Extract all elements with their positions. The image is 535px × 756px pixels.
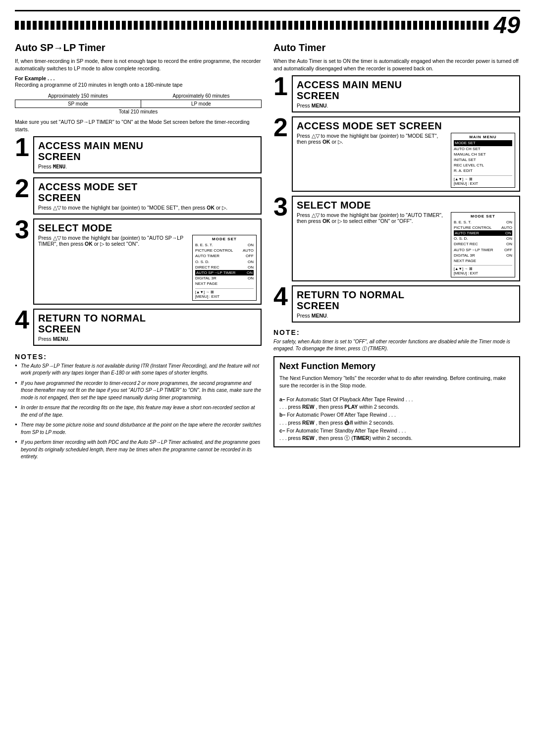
left-step4-block: RETURN TO NORMALSCREEN Press MENU. <box>33 309 262 346</box>
right-step3-title: SELECT MODE <box>297 200 515 211</box>
nfm-item-b-label: b– <box>279 412 285 418</box>
right-step2-content: MAIN MENU MODE SET AUTO CH SET MANUAL CH… <box>297 133 515 187</box>
left-step1-title: ACCESS MAIN MENUSCREEN <box>38 140 257 162</box>
nfm-item-c-label: c– <box>279 428 285 433</box>
left-column: Auto SP→LP Timer If, when timer-recordin… <box>15 42 262 464</box>
right-step3-container: 3 SELECT MODE MODE SET B. E. S. T.ON PIC… <box>273 196 520 284</box>
note-text: For safety, when Auto timer is set to "O… <box>273 338 520 352</box>
right-step3-row-2: PICTURE CONTROLAUTO <box>454 225 512 230</box>
right-step4-number: 4 <box>273 283 288 309</box>
right-step3-row-1: B. E. S. T.ON <box>454 219 512 225</box>
col1-label: Approximately 150 minutes <box>15 92 141 100</box>
left-step3-block: SELECT MODE MODE SET B. E. S. T.ON PICTU… <box>33 218 262 305</box>
top-bar: 49 <box>15 10 520 37</box>
page-number: 49 <box>494 13 520 37</box>
left-step2-instruction: Press △▽ to move the highlight bar (poin… <box>38 205 257 211</box>
left-step3-row-6-highlighted: AUTO SP→LP TIMERON <box>195 270 254 275</box>
right-column: Auto Timer When the Auto Timer is set to… <box>273 42 520 464</box>
note-section: NOTE: For safety, when Auto timer is set… <box>273 328 520 352</box>
right-step1-container: 1 ACCESS MAIN MENUSCREEN Press MENU. <box>273 75 520 114</box>
right-step1-instruction: Press MENU. <box>297 103 515 108</box>
left-step3-row-1: B. E. S. T.ON <box>195 242 254 248</box>
right-step3-row-4: O. S. D.ON <box>454 236 512 241</box>
right-step2-block: ACCESS MODE SET SCREEN MAIN MENU MODE SE… <box>292 116 520 191</box>
left-step2-number: 2 <box>15 175 29 201</box>
left-step2-title: ACCESS MODE SETSCREEN <box>38 181 257 203</box>
right-step3-box: MODE SET B. E. S. T.ON PICTURE CONTROLAU… <box>451 212 515 278</box>
right-step2-row-3: MANUAL CH SET <box>454 152 512 157</box>
nfm-item-b: b– For Automatic Power Off After Tape Re… <box>279 411 514 427</box>
two-column-layout: Auto SP→LP Timer If, when timer-recordin… <box>15 42 520 464</box>
make-sure-text: Make sure you set "AUTO SP→LP TIMER" to … <box>15 118 262 133</box>
left-step4-title: RETURN TO NORMALSCREEN <box>38 313 257 334</box>
right-step2-number: 2 <box>273 114 288 140</box>
right-step3-row-7: DIGITAL 3RON <box>454 253 512 258</box>
right-step4-title: RETURN TO NORMALSCREEN <box>297 289 515 311</box>
left-step1-number: 1 <box>15 134 29 160</box>
right-step2-row-5: REC LEVEL CTL <box>454 162 512 168</box>
right-step3-block: SELECT MODE MODE SET B. E. S. T.ON PICTU… <box>292 196 520 282</box>
right-step2-row-4: INITIAL SET <box>454 157 512 162</box>
right-step3-box-footer: [▲▼] → ⊠[MENU] : EXIT <box>454 265 512 275</box>
left-step1-instruction: Press MENU. <box>38 163 257 169</box>
right-step2-box-title: MAIN MENU <box>454 135 512 139</box>
left-step3-content: MODE SET B. E. S. T.ON PICTURE CONTROLAU… <box>38 235 257 301</box>
right-step3-number: 3 <box>273 194 288 219</box>
right-step2-title: ACCESS MODE SET SCREEN <box>297 120 515 131</box>
left-section-title: Auto SP→LP Timer <box>15 42 262 54</box>
notes-section: NOTES: The Auto SP→LP Timer feature is n… <box>15 353 262 461</box>
right-step3-row-6: AUTO SP→LP TIMEROFF <box>454 247 512 253</box>
left-step3-row-3: AUTO TIMEROFF <box>195 253 254 259</box>
right-step2-main-menu-box: MAIN MENU MODE SET AUTO CH SET MANUAL CH… <box>451 133 515 187</box>
left-step3-container: 3 SELECT MODE MODE SET B. E. S. T.ON PIC… <box>15 218 262 307</box>
left-step3-row-5: DIRECT RECON <box>195 265 254 270</box>
total-label: Total 210 minutes <box>15 108 262 115</box>
note-item-1: The Auto SP→LP Timer feature is not avai… <box>15 363 262 377</box>
right-step3-row-5: DIRECT RECON <box>454 241 512 247</box>
right-step3-row-8: NEXT PAGE <box>454 258 512 264</box>
note-item-4: There may be some picture noise and soun… <box>15 422 262 436</box>
for-example-text: Recording a programme of 210 minutes in … <box>15 81 262 89</box>
left-step2-container: 2 ACCESS MODE SETSCREEN Press △▽ to move… <box>15 177 262 216</box>
right-intro-text: When the Auto Timer is set to ON the tim… <box>273 57 520 72</box>
col2-label: Approximately 60 minutes <box>141 92 261 100</box>
mode-table: Approximately 150 minutes Approximately … <box>15 92 262 115</box>
note-item-2: If you have programmed the recorder to t… <box>15 380 262 402</box>
left-step4-number: 4 <box>15 307 29 332</box>
notes-title: NOTES: <box>15 353 262 361</box>
right-step2-row-1-highlighted: MODE SET <box>454 140 512 146</box>
right-step4-block: RETURN TO NORMALSCREEN Press MENU. <box>292 285 520 323</box>
nfm-title: Next Function Memory <box>279 361 514 372</box>
left-step1-container: 1 ACCESS MAIN MENUSCREEN Press MENU. <box>15 136 262 175</box>
note-item-3: In order to ensure that the recording fi… <box>15 404 262 419</box>
right-step2-row-6: R. A. EDIT <box>454 168 512 173</box>
left-step3-box-footer: [▲▼] → ⊠[MENU] : EXIT <box>195 288 254 299</box>
right-step4-instruction: Press MENU. <box>297 313 515 319</box>
notes-list: The Auto SP→LP Timer feature is not avai… <box>15 363 262 461</box>
right-step2-box-footer: [▲▼] → ⊠[MENU] : EXIT <box>454 175 512 186</box>
left-step3-title: SELECT MODE <box>38 222 257 233</box>
note-title: NOTE: <box>273 328 520 336</box>
right-step2-row-2: AUTO CH SET <box>454 146 512 152</box>
left-intro-text: If, when timer-recording in SP mode, the… <box>15 57 262 72</box>
right-step4-container: 4 RETURN TO NORMALSCREEN Press MENU. <box>273 285 520 324</box>
left-step1-block: ACCESS MAIN MENUSCREEN Press MENU. <box>33 136 262 173</box>
left-step3-row-2: PICTURE CONTROLAUTO <box>195 248 254 253</box>
right-step1-title: ACCESS MAIN MENUSCREEN <box>297 79 515 101</box>
right-step3-content: MODE SET B. E. S. T.ON PICTURE CONTROLAU… <box>297 212 515 278</box>
right-step1-block: ACCESS MAIN MENUSCREEN Press MENU. <box>292 75 520 112</box>
nfm-box: Next Function Memory The Next Function M… <box>273 356 520 447</box>
left-step3-row-8: NEXT PAGE <box>195 281 254 286</box>
left-step2-block: ACCESS MODE SETSCREEN Press △▽ to move t… <box>33 177 262 215</box>
right-step1-number: 1 <box>273 73 288 99</box>
note-item-5: If you perform timer recording with both… <box>15 439 262 461</box>
right-step3-row-3-highlighted: AUTO TIMERON <box>454 230 512 236</box>
top-bar-stripes <box>15 21 489 30</box>
nfm-item-a-label: a– <box>279 396 285 402</box>
nfm-intro: The Next Function Memory "tells" the rec… <box>279 375 514 389</box>
left-step3-box-title: MODE SET <box>195 237 254 241</box>
col2-val: LP mode <box>141 100 261 108</box>
for-example-label: For Example . . . <box>15 75 262 81</box>
col1-val: SP mode <box>15 100 141 108</box>
right-section-title: Auto Timer <box>273 42 520 54</box>
